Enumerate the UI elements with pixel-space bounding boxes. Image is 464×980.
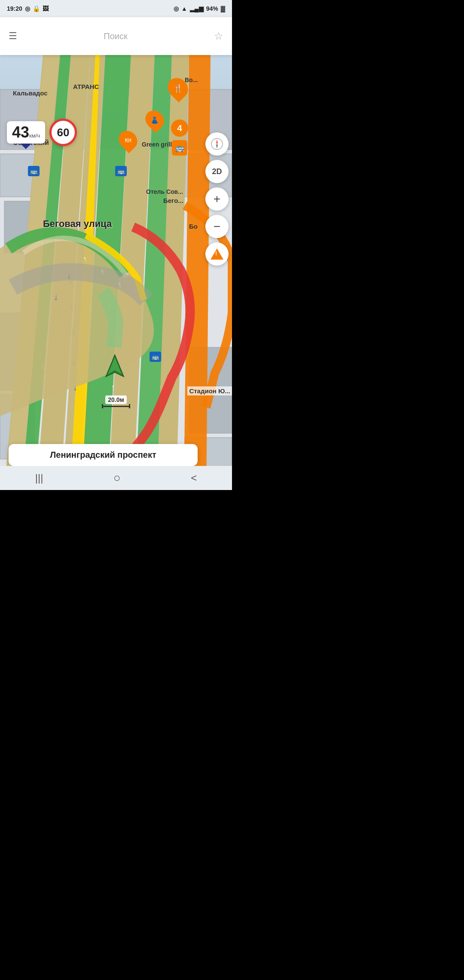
search-bar[interactable]: ☰ Поиск ☆ [0, 17, 232, 55]
label-calvados: Кальвадос [13, 89, 48, 97]
poi-clothes: 👗 [146, 110, 163, 130]
label-otel: Отель Сов... [146, 188, 183, 195]
bus-stop-2: 🚌 [115, 166, 127, 176]
label-bo: Бо [189, 223, 198, 230]
distance-indicator: 20.0м [102, 395, 130, 408]
nav-arrow [103, 353, 127, 385]
status-left: 19:20 ◎ 🔒 🖼 [7, 5, 49, 12]
svg-marker-45 [216, 144, 218, 149]
poi-food: 🍽 [119, 130, 137, 150]
view-mode-button[interactable]: 2D [205, 160, 229, 183]
dist-line [103, 406, 129, 407]
zoom-out-icon: − [214, 220, 220, 233]
map-controls: 2D + − [205, 132, 229, 266]
label-atrans: АТРАНС [73, 83, 99, 90]
bottom-nav[interactable]: ||| ○ < [0, 466, 232, 490]
speed-display: 43км/ч 60 [7, 119, 77, 146]
speed-number: 43 [12, 123, 29, 141]
menu-icon[interactable]: ☰ [9, 31, 17, 42]
zoom-in-button[interactable]: + [205, 187, 229, 211]
favorites-icon[interactable]: ☆ [214, 30, 223, 42]
bus-stop-1: 🚌 [28, 166, 40, 176]
compass-icon [211, 138, 223, 150]
transport-poi: 🚌 [172, 140, 187, 156]
poi-count-badge: 4 [171, 119, 188, 137]
speed-limit-number: 60 [57, 126, 70, 139]
image-icon: 🖼 [43, 5, 49, 12]
compass-button[interactable] [205, 132, 229, 156]
battery: 94% [206, 5, 218, 12]
location-icon: ◎ [25, 5, 30, 12]
battery-icon: ▓ [221, 5, 225, 12]
lock-icon: 🔒 [33, 5, 40, 12]
speed-unit: км/ч [29, 132, 40, 139]
distance-text: 20.0м [105, 395, 127, 404]
main-street-label: Беговая улица [43, 218, 112, 230]
poi-restaurant-1: 🍴 [168, 77, 187, 99]
nav-arrow-svg [103, 353, 127, 383]
view-mode-label: 2D [212, 167, 222, 176]
search-placeholder[interactable]: Поиск [24, 31, 207, 41]
label-bego: Бего... [163, 197, 183, 204]
label-stadion: Стадион Ю... [187, 386, 232, 395]
nav-home-button[interactable]: ○ [113, 471, 121, 485]
status-bar: 19:20 ◎ 🔒 🖼 ◎ ▲ ▂▄▆ 94% ▓ [0, 0, 232, 17]
speed-limit: 60 [49, 119, 77, 146]
nav-recent-button[interactable]: ||| [35, 472, 43, 484]
time: 19:20 [7, 5, 22, 12]
signal-icon: ▂▄▆ [190, 5, 204, 12]
bus-icon-1: 🚌 [30, 168, 37, 175]
bus-stop-3: 🚌 [150, 352, 161, 362]
warning-button[interactable] [205, 242, 229, 266]
gps-icon: ◎ [174, 5, 179, 12]
street-name-text: Ленинградский проспект [50, 450, 156, 459]
zoom-in-icon: + [214, 192, 220, 206]
dist-cap-right [129, 404, 130, 408]
wifi-icon: ▲ [181, 5, 187, 12]
status-right: ◎ ▲ ▂▄▆ 94% ▓ [174, 5, 225, 12]
nav-back-button[interactable]: < [191, 472, 197, 484]
current-speed: 43км/ч [7, 121, 45, 144]
bus-icon-3: 🚌 [152, 353, 159, 360]
svg-text:↓: ↓ [54, 292, 59, 302]
warning-icon [211, 248, 223, 260]
svg-marker-44 [216, 139, 218, 144]
map-area[interactable]: ↓ ↓ ↓ ↓ ↑ ↑ ↑ ↑ ↑ ↑ ↑ ↑ ↑ ↓ ↓ ↓ ↓ [0, 55, 232, 490]
bus-icon-2: 🚌 [117, 168, 125, 175]
zoom-out-button[interactable]: − [205, 215, 229, 238]
distance-bar [102, 404, 130, 408]
street-name-bar: Ленинградский проспект [9, 444, 198, 466]
